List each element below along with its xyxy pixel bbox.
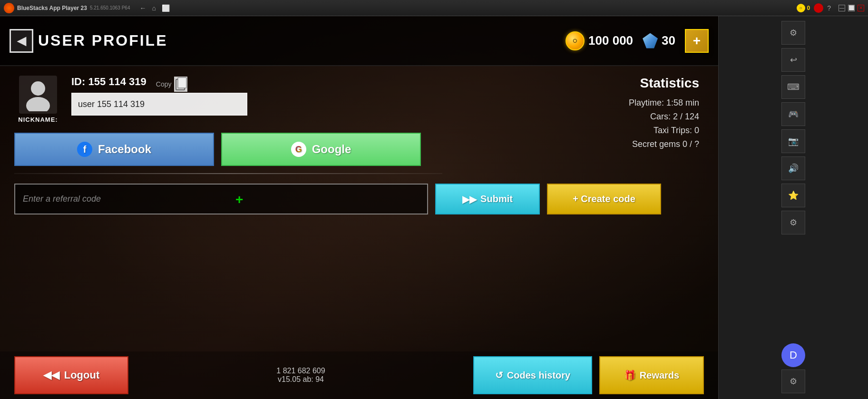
facebook-label: Facebook [98, 143, 151, 156]
social-buttons: f Facebook G Google + [14, 133, 704, 166]
logout-button[interactable]: ◀◀ Logout [14, 356, 128, 394]
top-coin-value: 0 [807, 5, 810, 11]
nav-menu-icon[interactable]: ⬜ [162, 4, 170, 12]
svg-rect-3 [178, 78, 186, 88]
sidebar-icon-4[interactable]: 🎮 [781, 102, 805, 126]
green-plus-icon: + [235, 192, 243, 207]
version-line1: 1 821 682 609 [128, 367, 473, 375]
logout-label: Logout [64, 369, 100, 381]
version-line2: v15.05 ab: 94 [128, 375, 473, 384]
window-controls: — ⬜ ✕ [839, 5, 864, 11]
add-currency-button[interactable]: + [685, 29, 709, 53]
profile-info: ID: 155 114 319 Copy [71, 76, 704, 116]
coins-value: 100 000 [588, 33, 633, 48]
top-nav: ← ⌂ ⬜ [140, 4, 170, 12]
sidebar-icon-6[interactable]: 🔊 [781, 156, 805, 180]
top-bar-right: ○ 0 ? — ⬜ ✕ [797, 3, 864, 13]
discord-button[interactable]: D [781, 343, 805, 367]
avatar [19, 76, 57, 114]
add-icon: + [693, 33, 701, 49]
create-code-label: + Create code [573, 194, 635, 204]
diamonds-value: 30 [662, 33, 675, 48]
divider [14, 173, 442, 174]
content-area: NICKNAME: ID: 155 114 319 Copy [0, 66, 718, 399]
submit-label: Submit [480, 194, 513, 204]
help-icon[interactable]: ? [827, 4, 831, 12]
google-button[interactable]: G Google [221, 133, 421, 166]
sidebar-icon-5[interactable]: 📷 [781, 129, 805, 153]
diamond-icon [643, 33, 658, 49]
sidebar-icon-3[interactable]: ⌨ [781, 75, 805, 99]
google-icon: G [291, 142, 306, 157]
copy-icon[interactable] [174, 77, 187, 92]
user-id: ID: 155 114 319 [71, 76, 146, 88]
sidebar-icon-8[interactable]: ⚙ [781, 211, 805, 234]
rewards-label: Rewards [640, 370, 679, 381]
svg-point-0 [31, 81, 45, 96]
sidebar-icon-7[interactable]: ⭐ [781, 184, 805, 207]
submit-button[interactable]: ▶▶ Submit [435, 184, 540, 214]
right-sidebar: ⚙ ↩ ⌨ 🎮 📷 🔊 ⭐ ⚙ D ⚙ [718, 16, 868, 399]
gift-icon: 🎁 [624, 370, 636, 381]
top-bar: BlueStacks App Player 23 5.21.650.1063 P… [0, 0, 868, 16]
history-icon: ↺ [495, 370, 503, 381]
nickname-input[interactable] [71, 93, 247, 116]
back-arrow-icon: ◀ [10, 29, 33, 53]
top-coin-icon: ○ [797, 4, 805, 12]
app-version: 5.21.650.1063 P64 [90, 5, 130, 10]
minimize-button[interactable]: — [839, 5, 845, 11]
referral-section: ▶▶ Submit + Create code [14, 184, 704, 214]
app-title: BlueStacks App Player 23 [17, 5, 87, 11]
top-coin-display: ○ 0 [797, 4, 810, 12]
header-bar: ◀ USER PROFILE ○ 100 000 30 + [0, 16, 718, 66]
restore-button[interactable]: ⬜ [848, 5, 855, 11]
coins-display: ○ 100 000 [566, 31, 633, 50]
codes-history-label: Codes history [507, 370, 570, 381]
back-button[interactable]: ◀ USER PROFILE [10, 29, 167, 53]
google-label: Google [312, 143, 351, 156]
diamonds-display: 30 [643, 33, 675, 49]
game-area: ◀ USER PROFILE ○ 100 000 30 + Statistics… [0, 16, 718, 399]
rewards-button[interactable]: 🎁 Rewards [599, 356, 704, 394]
logout-arrow-icon: ◀◀ [43, 369, 59, 381]
sidebar-icon-2[interactable]: ↩ [781, 48, 805, 72]
close-button[interactable]: ✕ [858, 5, 864, 11]
facebook-icon: f [77, 142, 92, 157]
nickname-label: NICKNAME: [18, 116, 58, 123]
page-title: USER PROFILE [38, 32, 167, 49]
submit-icon: ▶▶ [462, 194, 477, 205]
nav-home-icon[interactable]: ⌂ [152, 4, 156, 12]
create-code-button[interactable]: + Create code [547, 184, 661, 214]
bluestacks-logo [4, 3, 14, 13]
skull-icon [814, 3, 823, 13]
svg-point-1 [26, 97, 50, 111]
copy-label: Copy [156, 80, 172, 88]
coin-icon: ○ [566, 31, 585, 50]
sidebar-icon-1[interactable]: ⚙ [781, 21, 805, 45]
referral-code-input[interactable] [14, 184, 428, 214]
facebook-button[interactable]: f Facebook [14, 133, 214, 166]
version-info: 1 821 682 609 v15.05 ab: 94 [128, 367, 473, 384]
nav-back-icon[interactable]: ← [140, 4, 146, 12]
copy-section[interactable]: Copy [156, 77, 188, 92]
header-right: ○ 100 000 30 + [566, 29, 709, 53]
codes-history-button[interactable]: ↺ Codes history [473, 356, 592, 394]
sidebar-settings-icon[interactable]: ⚙ [781, 370, 805, 393]
avatar-container: NICKNAME: [14, 76, 62, 123]
bottom-section: ◀◀ Logout 1 821 682 609 v15.05 ab: 94 ↺ … [0, 351, 718, 399]
profile-section: NICKNAME: ID: 155 114 319 Copy [14, 76, 704, 123]
